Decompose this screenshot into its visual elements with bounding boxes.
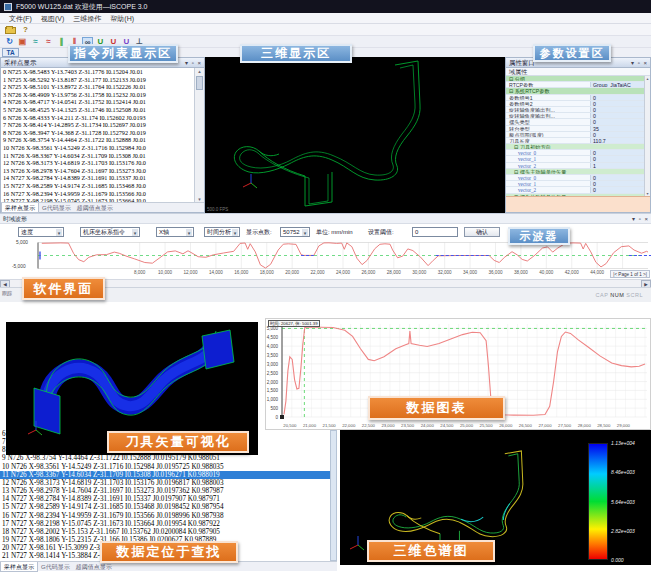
instruction-row[interactable]: 16 N727 X-98.2394 Y-14.9959 Z-31.1679 I0…	[1, 190, 194, 198]
threshold-input[interactable]: 0	[412, 227, 458, 237]
scope-dropdown-0[interactable]: 速度	[18, 227, 64, 237]
data-row[interactable]: 12 N726 X-98.3173 Y-14.6819 Z-31.1703 I0…	[0, 479, 337, 487]
refresh-icon[interactable]: ↻	[4, 37, 15, 47]
instruction-row[interactable]: 1 N725 X-98.5292 Y-13.8187 Z-31.177 I0.1…	[1, 76, 194, 84]
property-grid[interactable]: ⊟ 分组RTCP参数Group_JiaTaiAC⊟ 系统RTCP参数参数组号10…	[506, 76, 644, 196]
property-value[interactable]: 0	[590, 132, 644, 137]
property-value[interactable]: 0	[590, 156, 644, 161]
left-panel-tab-1[interactable]: G代码显示	[39, 203, 74, 213]
ta-button[interactable]: TA	[2, 48, 19, 57]
page-navigator[interactable]: |< Page 1 of 1 >|	[610, 270, 650, 278]
chart-x-tick: 28,000	[578, 423, 591, 428]
color-scale-label: 8.46e+003	[611, 469, 635, 475]
instruction-row[interactable]: 13 N726 X-98.2978 Y-14.7604 Z-31.1697 I0…	[1, 167, 194, 175]
property-value[interactable]: 0	[590, 119, 644, 124]
menu-item-0[interactable]: 文件(F)	[9, 13, 32, 24]
instruction-row[interactable]: 11 N726 X-98.3367 Y-14.6034 Z-31.1709 I0…	[1, 152, 194, 160]
property-value[interactable]: 35	[590, 126, 644, 131]
signal-red-icon[interactable]: ≈	[43, 37, 54, 47]
menu-item-1[interactable]: 视图(V)	[41, 13, 64, 24]
chart-x-tick: 26,500	[519, 423, 532, 428]
bottom-list-scrollbar[interactable]	[330, 430, 337, 561]
close-icon[interactable]: ×	[644, 216, 649, 222]
property-label: vector_0	[506, 150, 590, 155]
pin-icon[interactable]: ▫	[638, 60, 641, 66]
help-icon[interactable]: ?	[23, 25, 28, 34]
bottom-list-tab-2[interactable]: 超阈值点显示	[73, 562, 115, 572]
menu-item-3[interactable]: 帮助(H)	[110, 13, 134, 24]
data-row[interactable]: 13 N726 X-98.2978 Y-14.7604 Z-31.1697 I0…	[0, 487, 337, 495]
bottom-list-tab-0[interactable]: 采样点显示	[0, 562, 38, 572]
points-count-dropdown[interactable]: 50752	[280, 227, 310, 237]
property-value[interactable]: 0	[590, 181, 644, 186]
property-value[interactable]: Group_JiaTaiAC	[590, 82, 644, 87]
instruction-row[interactable]: 4 N726 X-98.4717 Y-14.0541 Z-31.1752 I0.…	[1, 98, 194, 106]
property-grid-scrollbar[interactable]: ▴▾	[644, 76, 650, 196]
instruction-row[interactable]: 9 N726 X-98.3754 Y-14.4464 Z-31.1722 I0.…	[1, 136, 194, 144]
open-file-icon[interactable]	[5, 27, 16, 34]
pin-down-icon[interactable]: ▾	[631, 60, 635, 66]
oscilloscope-title: 时域波形	[3, 216, 27, 222]
instruction-row[interactable]: 5 N726 X-98.4525 Y-14.1325 Z-31.1746 I0.…	[1, 106, 194, 114]
pin-icon[interactable]: ▫	[192, 60, 195, 66]
instruction-list[interactable]: 0 N725 X-98.5483 Y-13.7403 Z-31.1776 I0.…	[1, 68, 194, 202]
viewport-3d[interactable]: 500.0 FPS	[205, 57, 505, 213]
instruction-row[interactable]: 10 N726 X-98.3561 Y-14.5249 Z-31.1716 I0…	[1, 144, 194, 152]
toolbar-row1: ?	[0, 24, 651, 36]
data-row[interactable]: 11 N726 X-98.3367 Y-14.6034 Z-31.1709 I0…	[0, 471, 337, 479]
property-value[interactable]: 0	[590, 95, 644, 100]
property-value[interactable]: 0	[590, 101, 644, 106]
data-row[interactable]: 9 N726 X-98.3754 Y-14.4464 Z-31.1722 I0.…	[0, 454, 337, 462]
trace-label: 跟踪	[2, 290, 12, 296]
scope-dropdown-3[interactable]: 时间分析	[204, 227, 240, 237]
scope-x-tick: 32,000	[438, 270, 452, 275]
property-value[interactable]: 0	[590, 175, 644, 180]
instruction-row[interactable]: 0 N725 X-98.5483 Y-13.7403 Z-31.1776 I0.…	[1, 68, 194, 76]
left-panel-tab-2[interactable]: 超阈值点显示	[74, 203, 116, 213]
property-value[interactable]: 110.7	[590, 138, 644, 143]
menu-item-2[interactable]: 三维操作	[73, 13, 101, 24]
left-panel-tabs: 采样点显示G代码显示超阈值点显示	[1, 202, 204, 212]
data-row[interactable]: 17 N727 X-98.2198 Y-15.0745 Z-31.1673 I0…	[0, 520, 337, 528]
left-panel-tab-0[interactable]: 采样点显示	[1, 203, 39, 213]
data-row[interactable]: 16 N727 X-98.2394 Y-14.9959 Z-31.1679 I0…	[0, 512, 337, 520]
instruction-row[interactable]: 2 N725 X-98.5101 Y-13.8972 Z-31.1764 I0.…	[1, 83, 194, 91]
data-row[interactable]: 14 N727 X-98.2784 Y-14.8389 Z-31.1691 I0…	[0, 495, 337, 503]
instruction-row[interactable]: 14 N727 X-98.2784 Y-14.8389 Z-31.1691 I0…	[1, 174, 194, 182]
axes-triad-icon	[350, 536, 364, 550]
data-row[interactable]: 10 N726 X-98.3561 Y-14.5249 Z-31.1716 I0…	[0, 463, 337, 471]
scope-dropdown-1[interactable]: 机床坐标系指令	[80, 227, 140, 237]
close-icon[interactable]: ×	[643, 60, 648, 66]
property-value[interactable]: 0	[590, 113, 644, 118]
chart-y-tick: 2,000	[267, 379, 278, 384]
property-tab[interactable]: 域属性	[506, 68, 650, 76]
axes-triad-icon	[243, 174, 257, 188]
confirm-button[interactable]: 确认	[464, 227, 500, 237]
scope-dropdown-2[interactable]: X轴	[156, 227, 194, 237]
points-count-label: 显示点数:	[246, 228, 272, 237]
bottom-list-tab-1[interactable]: G代码显示	[38, 562, 73, 572]
chart-x-tick: 29,000	[617, 423, 630, 428]
property-value[interactable]: 0	[590, 107, 644, 112]
instruction-list-scrollbar[interactable]: ▴▾	[194, 68, 204, 202]
chart-y-tick: 3,500	[267, 353, 278, 358]
hatch-green-icon[interactable]: ∥	[56, 37, 67, 47]
instruction-row[interactable]: 3 N726 X-98.4909 Y-13.9756 Z-31.1758 I0.…	[1, 91, 194, 99]
instruction-row[interactable]: 12 N726 X-98.3173 Y-14.6819 Z-31.1703 I0…	[1, 159, 194, 167]
instruction-row[interactable]: 7 N726 X-98.414 Y-14.2895 Z-31.1734 I0.1…	[1, 121, 194, 129]
property-value[interactable]: 0	[590, 150, 644, 155]
property-value[interactable]: 0	[590, 187, 644, 192]
instruction-row[interactable]: 6 N726 X-98.4333 Y-14.211 Z-31.174 I0.15…	[1, 114, 194, 122]
data-row[interactable]: 18 N727 X-98.2002 Y-15.153 Z-31.1667 I0.…	[0, 528, 337, 536]
fps-counter: 500.0 FPS	[207, 207, 228, 212]
signal-green-icon[interactable]: ≈	[30, 37, 41, 47]
instruction-row[interactable]: 15 N727 X-98.2589 Y-14.9174 Z-31.1685 I0…	[1, 182, 194, 190]
pin-down-icon[interactable]: ▾	[185, 60, 189, 66]
palette-icon[interactable]: ▣	[17, 37, 28, 47]
close-icon[interactable]: ×	[197, 60, 202, 66]
property-value[interactable]: 1	[590, 163, 644, 168]
pin-icon[interactable]: ▫	[639, 216, 642, 222]
pin-down-icon[interactable]: ▾	[632, 216, 636, 222]
instruction-row[interactable]: 8 N726 X-98.3947 Y-14.368 Z-31.1728 I0.1…	[1, 129, 194, 137]
data-row[interactable]: 15 N727 X-98.2589 Y-14.9174 Z-31.1685 I0…	[0, 503, 337, 511]
